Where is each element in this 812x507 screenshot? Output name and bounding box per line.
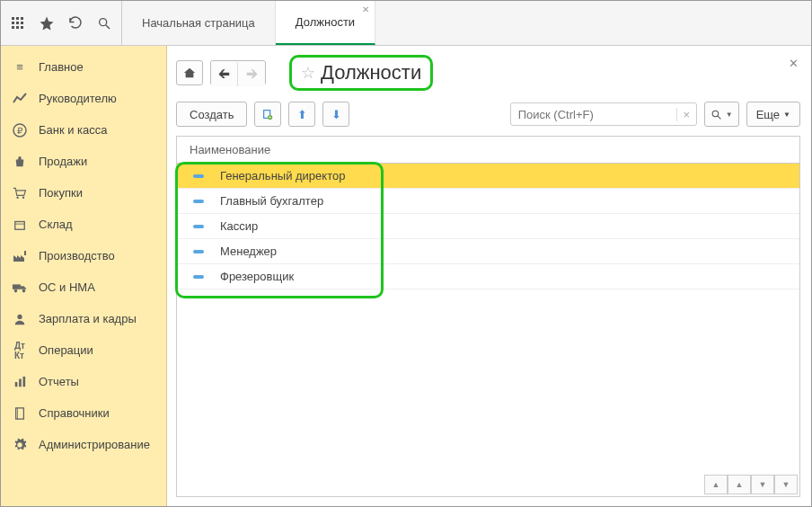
list-rows: Генеральный директор Главный бухгалтер К… [177,164,799,289]
column-header[interactable]: Наименование [177,137,799,164]
svg-point-29 [712,111,719,117]
sidebar-item-assets[interactable]: ОС и НМА [1,271,166,303]
sidebar-item-production[interactable]: Производство [1,240,166,271]
svg-text:₽: ₽ [17,126,23,136]
star-outline-icon[interactable]: ☆ [301,63,315,83]
person-icon [12,311,28,327]
sidebar-item-label: Отчеты [39,375,79,388]
sidebar-item-label: Производство [39,249,115,262]
back-button[interactable]: 🡰 [211,61,238,86]
copy-button[interactable]: + [254,102,281,127]
sidebar-item-hr[interactable]: Зарплата и кадры [1,303,166,334]
main-panel: ✕ 🡰 🡲 ☆ Должности Создать + ⬆ ⬇ [167,46,811,506]
sidebar-item-operations[interactable]: ДтКт Операции [1,334,166,366]
book-icon [12,405,28,422]
sidebar-item-bank[interactable]: ₽ Банк и касса [1,114,166,146]
nav-up-button[interactable]: ▲ [728,475,751,494]
list-item[interactable]: Менеджер [177,239,799,264]
menu-icon: ≡ [12,59,28,76]
svg-rect-1 [16,17,19,20]
tab-label: Начальная страница [142,16,255,30]
sidebar-item-label: Руководителю [39,92,117,105]
star-icon[interactable] [37,13,57,33]
page-title-highlight: ☆ Должности [289,55,433,91]
clear-search-icon[interactable]: × [676,108,696,121]
toolbar-icon-group [1,1,122,45]
item-icon [193,174,204,178]
find-dropdown-button[interactable]: ▼ [704,102,739,127]
item-label: Кассир [220,219,258,233]
truck-icon [12,280,28,296]
factory-icon [12,248,28,264]
sidebar-item-manager[interactable]: Руководителю [1,83,166,114]
list-item[interactable]: Кассир [177,214,799,239]
sidebar-item-purchases[interactable]: Покупки [1,177,166,209]
svg-point-14 [22,196,24,198]
list-item[interactable]: Главный бухгалтер [177,189,799,214]
svg-text:+: + [269,114,271,120]
list-toolbar: Создать + ⬆ ⬇ × ▼ Еще ▼ [176,102,800,127]
operations-icon: ДтКт [12,342,28,359]
item-label: Генеральный директор [220,169,345,182]
tab-home[interactable]: Начальная страница [122,1,276,45]
sidebar-item-reports[interactable]: Отчеты [1,366,166,397]
search-input[interactable] [511,103,676,125]
nav-top-button[interactable]: ▲ [704,475,728,494]
svg-rect-4 [16,22,19,24]
svg-rect-6 [12,26,14,29]
item-label: Главный бухгалтер [220,194,323,208]
chart-icon [12,91,28,107]
sidebar-item-admin[interactable]: Администрирование [1,429,166,460]
svg-rect-0 [12,17,14,20]
item-icon [193,275,204,279]
sidebar-item-label: Справочники [39,406,110,420]
item-icon [193,250,204,254]
search-icon[interactable] [94,13,114,33]
svg-rect-3 [12,22,14,24]
search-field[interactable]: × [510,102,697,126]
close-icon[interactable]: ✕ [362,4,369,14]
home-button[interactable] [176,60,203,85]
sidebar-item-sales[interactable]: Продажи [1,146,166,177]
list-nav: ▲ ▲ ▼ ▼ [704,475,798,494]
create-button[interactable]: Создать [176,102,247,127]
forward-button[interactable]: 🡲 [238,61,265,86]
nav-bottom-button[interactable]: ▼ [774,475,798,494]
sidebar-item-label: Покупки [39,186,83,200]
svg-rect-2 [21,17,23,20]
down-button[interactable]: ⬇ [322,102,349,127]
list-item[interactable]: Фрезеровщик [177,264,799,289]
sidebar-item-label: Операции [39,343,93,357]
item-label: Менеджер [220,245,277,258]
list-item[interactable]: Генеральный директор [177,164,799,189]
svg-rect-5 [21,22,23,24]
item-icon [193,225,204,228]
sidebar-item-main[interactable]: ≡ Главное [1,51,166,83]
more-button[interactable]: Еще ▼ [746,102,800,127]
svg-point-9 [100,18,107,25]
tab-positions[interactable]: Должности ✕ [276,1,375,45]
apps-icon[interactable] [8,13,28,33]
sidebar-item-catalogs[interactable]: Справочники [1,397,166,429]
sidebar-item-label: ОС и НМА [39,280,95,294]
item-label: Фрезеровщик [220,270,294,283]
svg-rect-17 [13,284,21,289]
svg-rect-7 [16,26,19,29]
svg-point-19 [22,289,26,292]
sidebar-item-label: Главное [39,60,84,74]
sidebar-item-label: Склад [39,218,73,231]
svg-rect-22 [19,378,22,387]
svg-rect-21 [15,382,18,387]
item-icon [193,200,204,203]
close-icon[interactable]: ✕ [789,57,799,70]
sidebar-item-label: Банк и касса [39,123,108,137]
sidebar-item-warehouse[interactable]: Склад [1,209,166,240]
page-title: Должности [321,61,421,84]
ruble-icon: ₽ [12,122,28,138]
sidebar-item-label: Зарплата и кадры [39,312,137,325]
up-button[interactable]: ⬆ [288,102,315,127]
nav-down-button[interactable]: ▼ [751,475,774,494]
svg-rect-15 [15,221,25,229]
cart-icon [12,185,28,201]
history-icon[interactable] [66,13,85,33]
